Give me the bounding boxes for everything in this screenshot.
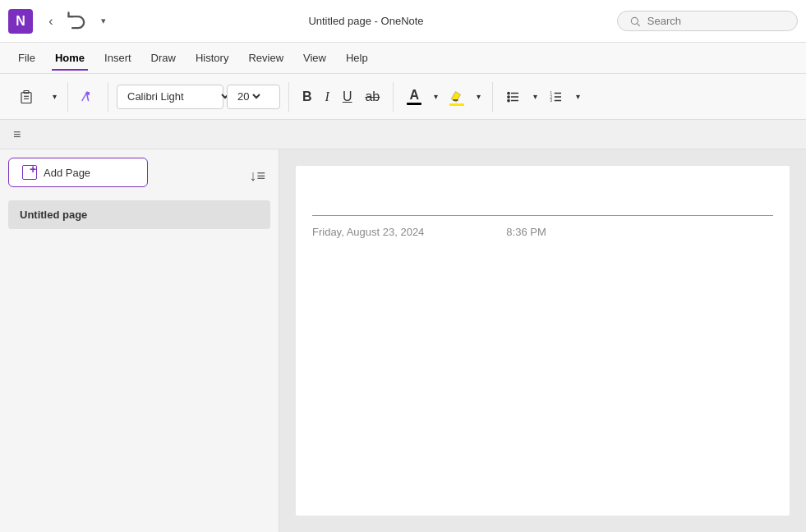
- highlight-button[interactable]: [444, 82, 469, 112]
- window-title: Untitled page - OneNote: [122, 15, 610, 27]
- separator-5: [492, 82, 493, 112]
- menu-home[interactable]: Home: [45, 47, 94, 69]
- underline-button[interactable]: U: [338, 82, 357, 112]
- dropdown-arrow-button[interactable]: ▾: [92, 10, 115, 33]
- add-page-button[interactable]: Add Page: [8, 158, 148, 187]
- svg-text:3: 3: [550, 99, 553, 103]
- separator-1: [67, 82, 68, 112]
- paste-dropdown[interactable]: ▾: [48, 82, 61, 112]
- page-item[interactable]: Untitled page: [8, 200, 270, 229]
- italic-button[interactable]: I: [320, 82, 334, 112]
- highlight-icon: [449, 88, 464, 103]
- note-date: Friday, August 23, 2024: [312, 226, 424, 238]
- bullets-button[interactable]: [501, 82, 526, 112]
- menu-insert[interactable]: Insert: [94, 47, 141, 69]
- menubar: File Home Insert Draw History Review Vie…: [0, 43, 806, 74]
- paste-button[interactable]: [8, 82, 44, 112]
- titlebar: N ‹ ▾ Untitled page - OneNote: [0, 0, 806, 43]
- paste-group: ▾: [8, 82, 99, 112]
- font-size-selector[interactable]: 20 81012 141618 242832: [227, 85, 280, 109]
- font-color-arrow: ▾: [434, 92, 438, 101]
- sort-button[interactable]: ↓≡: [244, 163, 270, 190]
- highlight-color-indicator: [449, 103, 464, 106]
- menu-help[interactable]: Help: [336, 47, 378, 69]
- svg-point-9: [508, 99, 509, 101]
- main-area: Add Page ↓≡ Untitled page Friday, August…: [0, 149, 806, 532]
- sidebar: Add Page ↓≡ Untitled page: [0, 149, 279, 532]
- svg-point-7: [508, 92, 509, 94]
- svg-line-1: [638, 23, 640, 25]
- paste-icon: [19, 89, 34, 104]
- numbered-list-icon: 1 2 3: [549, 89, 564, 104]
- note-header-line: [312, 215, 773, 216]
- font-size-dropdown[interactable]: 20 81012 141618 242832: [234, 89, 263, 103]
- back-button[interactable]: ‹: [39, 10, 62, 33]
- bold-button[interactable]: B: [297, 82, 317, 112]
- add-page-icon: [22, 165, 37, 180]
- svg-point-0: [631, 17, 638, 24]
- paste-arrow-icon: ▾: [53, 92, 57, 101]
- menu-file[interactable]: File: [8, 47, 45, 69]
- hamburger-icon: ≡: [13, 127, 21, 141]
- onenote-logo: N: [8, 9, 33, 34]
- bullets-dropdown[interactable]: ▾: [529, 82, 541, 112]
- font-color-button[interactable]: A: [402, 82, 426, 112]
- titlebar-nav: ‹ ▾: [39, 10, 115, 33]
- list-group: ▾ 1 2 3 ▾: [501, 82, 583, 112]
- note-time: 8:36 PM: [506, 226, 546, 238]
- svg-rect-3: [21, 92, 31, 103]
- menu-history[interactable]: History: [186, 47, 238, 69]
- color-group: A ▾ ▾: [402, 82, 484, 112]
- toolbar: ▾ Calibri Light Arial Times New Roman 20…: [0, 74, 806, 120]
- numbered-list-dropdown[interactable]: ▾: [572, 82, 583, 112]
- note-date-time: Friday, August 23, 2024 8:36 PM: [312, 226, 773, 238]
- add-page-label: Add Page: [44, 167, 90, 179]
- nav-strip: ≡: [0, 120, 806, 149]
- bullets-arrow: ▾: [533, 92, 537, 101]
- font-color-indicator: [407, 103, 421, 105]
- format-painter-icon: [80, 89, 94, 104]
- font-color-dropdown[interactable]: ▾: [430, 82, 441, 112]
- font-dropdown[interactable]: Calibri Light Arial Times New Roman: [124, 89, 232, 103]
- font-color-label: A: [409, 89, 419, 102]
- sidebar-header: Add Page ↓≡: [8, 158, 270, 194]
- separator-2: [108, 82, 108, 112]
- font-selector[interactable]: Calibri Light Arial Times New Roman: [117, 85, 223, 109]
- numbered-arrow: ▾: [576, 92, 580, 101]
- highlight-dropdown[interactable]: ▾: [472, 82, 484, 112]
- menu-review[interactable]: Review: [238, 47, 293, 69]
- undo-button[interactable]: [66, 10, 89, 33]
- hamburger-button[interactable]: ≡: [8, 124, 25, 145]
- format-group: B I U ab: [297, 82, 385, 112]
- numbered-list-button[interactable]: 1 2 3: [544, 82, 569, 112]
- bullets-icon: [506, 89, 521, 104]
- highlight-arrow: ▾: [477, 92, 481, 101]
- menu-view[interactable]: View: [293, 47, 336, 69]
- search-input[interactable]: [647, 15, 785, 27]
- sort-icon: ↓≡: [249, 167, 265, 184]
- separator-3: [288, 82, 289, 112]
- search-box: [617, 11, 798, 31]
- menu-draw[interactable]: Draw: [141, 47, 186, 69]
- font-group: Calibri Light Arial Times New Roman 20 8…: [117, 85, 280, 109]
- separator-4: [393, 82, 394, 112]
- svg-point-8: [508, 95, 509, 97]
- note-content[interactable]: Friday, August 23, 2024 8:36 PM: [296, 166, 790, 516]
- strikethrough-button[interactable]: ab: [360, 82, 385, 112]
- format-painter-button[interactable]: [75, 82, 99, 112]
- search-icon: [629, 16, 641, 27]
